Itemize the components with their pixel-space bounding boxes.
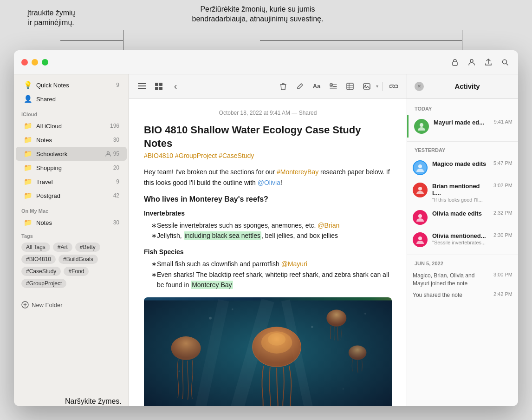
toolbar-separator [382,82,383,91]
media-button[interactable] [359,79,374,94]
new-folder-button[interactable]: New Folder [14,297,129,314]
activity-title: Activity [424,82,511,90]
note-image [144,297,392,406]
annotation-hline-left [60,40,123,41]
sidebar-item-notes-icloud[interactable]: 📁 Notes 30 [16,133,127,147]
compose-button[interactable] [292,79,307,94]
sidebar-item-quick-notes[interactable]: 💡 Quick Notes 9 [16,78,127,92]
activity-time-olivia1: 2:32 PM [493,210,513,216]
share-icon[interactable] [481,55,496,70]
notes-mac-folder-icon: 📁 [23,218,32,227]
note-toolbar: ‹ Aa [129,74,407,98]
subsection2-title: Fish Species [144,247,392,257]
lock-icon[interactable] [448,55,462,70]
svg-rect-7 [138,88,146,89]
svg-rect-13 [347,83,353,90]
sidebar-item-schoolwork[interactable]: 📁 Schoolwork 95 [16,147,127,161]
svg-point-31 [420,123,423,127]
tag-bio4810[interactable]: #BIO4810 [21,255,56,264]
annotation-hline-right [260,40,462,41]
sep-1 [407,141,518,142]
delete-button[interactable] [276,79,291,94]
sidebar-item-all-icloud[interactable]: 📁 All iCloud 196 [16,119,127,133]
sidebar-item-postgrad[interactable]: 📁 Postgrad 42 [16,189,127,203]
notes-icloud-label: Notes [36,137,110,144]
grid-view-button[interactable] [151,79,166,94]
activity-time-brian: 3:02 PM [493,183,513,188]
activity-text-olivia1: Olivia made edits [432,210,489,217]
svg-point-23 [349,346,367,360]
list-view-button[interactable] [135,79,149,94]
avatar-olivia1 [413,210,428,225]
quick-notes-label: Quick Notes [36,82,112,89]
activity-item-olivia1[interactable]: Olivia made edits 2:32 PM [407,206,518,229]
tag-all-tags[interactable]: All Tags [21,243,50,252]
activity-name-olivia2: Olivia mentioned... [432,232,489,239]
note-area: October 18, 2022 at 9:41 AM — Shared BIO… [129,98,407,406]
main-window: 💡 Quick Notes 9 👤 Shared iCloud 📁 All iC… [14,50,518,406]
svg-point-21 [326,310,346,327]
minimize-button[interactable] [32,59,38,66]
svg-rect-5 [138,83,146,84]
svg-point-22 [171,336,201,360]
close-button[interactable] [21,59,28,66]
activity-time-mayuri: 9:41 AM [494,119,513,125]
svg-point-20 [268,333,285,346]
activity-jun-text1: Magico, Brian, Olivia and Mayuri joined … [413,272,490,288]
tag-groupproject[interactable]: #GroupProject [21,279,66,288]
titlebar [14,50,518,74]
tag-casestudy[interactable]: #CaseStudy [21,267,61,276]
tags-header: Tags [21,233,121,239]
note-hashtags: #BIO4810 #GroupProject #CaseStudy [144,152,392,159]
olivia-mention: @Olivia [258,179,280,186]
svg-rect-10 [155,87,158,90]
tag-food[interactable]: #Food [64,267,89,276]
svg-point-24 [209,317,212,320]
svg-rect-14 [363,84,370,89]
activity-item-brian[interactable]: Brian mentioned L... "If this looks good… [407,179,518,206]
schoolwork-count: 95 [113,151,119,157]
maximize-button[interactable] [42,59,48,66]
mayuri-mention: @Mayuri [281,260,307,268]
svg-rect-6 [138,85,146,86]
format-button[interactable]: Aa [309,79,324,94]
svg-point-35 [418,187,422,190]
note-intro: Hey team! I've broken out the sections f… [144,167,392,188]
shared-label: Shared [36,96,119,103]
collaborate-icon[interactable] [464,55,479,70]
tag-betty[interactable]: #Betty [75,243,100,252]
activity-text-brian: Brian mentioned L... "If this looks good… [432,183,489,203]
checklist-button[interactable] [326,79,341,94]
shopping-label: Shopping [36,164,110,171]
table-button[interactable] [343,79,357,94]
sidebar-item-shared[interactable]: 👤 Shared [16,92,127,106]
activity-header: ✕ Activity [407,74,518,98]
activity-item-olivia2[interactable]: Olivia mentioned... "Sessile invertebrat… [407,229,518,251]
back-button[interactable]: ‹ [168,79,183,94]
postgrad-count: 42 [113,192,119,199]
tag-art[interactable]: #Art [53,243,72,252]
svg-point-37 [418,214,422,218]
folder-icon: 📁 [23,121,32,131]
new-folder-label: New Folder [32,302,62,308]
shopping-count: 20 [113,164,119,171]
tag-buildgoals[interactable]: #BuildGoals [58,255,98,264]
quick-notes-icon: 💡 [23,80,32,90]
sidebar-item-travel[interactable]: 📁 Travel 9 [16,175,127,189]
annotation-top-left: Įtraukite žymių ir paminėjimų. [5,8,97,28]
activity-name-brian: Brian mentioned L... [432,183,489,197]
activity-close-button[interactable]: ✕ [415,82,424,91]
svg-point-15 [365,85,366,86]
svg-point-29 [343,388,344,390]
icloud-header: iCloud [14,106,129,119]
invertebrates-list: Sessile invertebrates such as sponges, a… [144,220,392,241]
search-icon[interactable] [498,55,513,70]
invertebrates-item-1: Sessile invertebrates such as sponges, a… [151,220,392,230]
sidebar-item-shopping[interactable]: 📁 Shopping 20 [16,161,127,175]
link-button[interactable] [386,79,401,94]
activity-jun-text2: You shared the note [413,291,490,299]
svg-rect-8 [155,83,158,86]
sidebar-item-notes-mac[interactable]: 📁 Notes 30 [16,216,127,230]
activity-item-mayuri[interactable]: Mayuri made ed... 9:41 AM [407,115,518,138]
activity-item-magico[interactable]: Magico made edits 5:47 PM [407,157,518,179]
